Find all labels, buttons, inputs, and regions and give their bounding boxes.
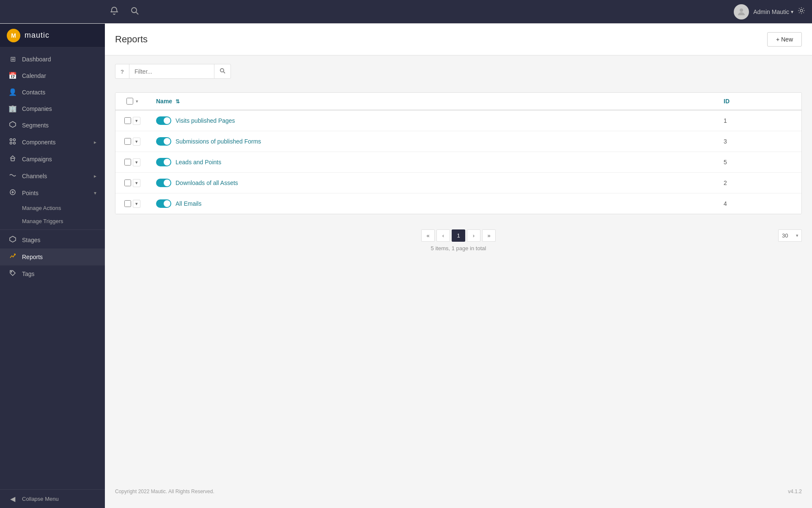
- row-dropdown-button[interactable]: ▾: [133, 158, 140, 166]
- report-toggle[interactable]: [156, 116, 171, 125]
- row-checkbox[interactable]: [124, 117, 131, 124]
- filter-bar: ?: [115, 64, 231, 79]
- collapse-label: Collapse Menu: [22, 496, 59, 502]
- sidebar-item-label: Reports: [22, 254, 96, 260]
- sidebar-item-campaigns[interactable]: Campaigns: [0, 151, 105, 168]
- col-name-label: Name: [156, 98, 172, 105]
- row-dropdown-button[interactable]: ▾: [133, 200, 140, 208]
- chevron-right-icon: ▸: [94, 139, 96, 145]
- copyright-text: Copyright 2022 Mautic. All Rights Reserv…: [115, 489, 214, 494]
- row-check-cell: ▾: [115, 111, 149, 131]
- sort-icon: ⇅: [176, 99, 180, 105]
- settings-button[interactable]: [798, 7, 805, 17]
- table-row: ▾ Leads and Points 5: [115, 152, 801, 173]
- per-page-select[interactable]: 10203050100: [778, 229, 802, 242]
- last-page-button[interactable]: »: [482, 229, 496, 242]
- report-name-link[interactable]: All Emails: [176, 200, 201, 207]
- user-menu-button[interactable]: Admin Mautic ▾: [753, 8, 793, 15]
- report-toggle[interactable]: [156, 158, 171, 166]
- pagination: « ‹ 1 › » 10203050100 ▾: [115, 229, 802, 242]
- notification-button[interactable]: [108, 5, 120, 19]
- row-dropdown-button[interactable]: ▾: [133, 179, 140, 187]
- sidebar-item-label: Segments: [22, 122, 96, 129]
- row-checkbox[interactable]: [124, 138, 131, 145]
- sidebar-item-segments[interactable]: Segments: [0, 117, 105, 134]
- select-all-checkbox[interactable]: [126, 98, 133, 105]
- chevron-down-icon: ▾: [94, 190, 96, 196]
- pagination-info: 5 items, 1 page in total: [115, 245, 802, 251]
- row-dropdown-button[interactable]: ▾: [133, 117, 140, 125]
- row-name-cell: Submissions of published Forms: [149, 131, 717, 152]
- svg-point-3: [10, 142, 12, 144]
- tags-icon: [8, 270, 17, 278]
- sidebar-item-reports[interactable]: Reports: [0, 248, 105, 265]
- current-page-button[interactable]: 1: [452, 229, 465, 242]
- row-check-cell: ▾: [115, 173, 149, 193]
- components-icon: [8, 138, 17, 146]
- row-dropdown-button[interactable]: ▾: [133, 138, 140, 146]
- sidebar-item-label: Campaigns: [22, 156, 96, 163]
- chevron-right-icon: ▸: [94, 173, 96, 179]
- report-toggle[interactable]: [156, 179, 171, 187]
- sidebar-item-label: Points: [22, 190, 89, 196]
- filter-help-button[interactable]: ?: [115, 64, 129, 78]
- sidebar-item-tags[interactable]: Tags: [0, 265, 105, 282]
- svg-point-2: [14, 139, 16, 141]
- stages-icon: [8, 236, 17, 244]
- report-name-link[interactable]: Submissions of published Forms: [176, 138, 261, 145]
- prev-page-button[interactable]: ‹: [436, 229, 450, 242]
- points-icon: [8, 189, 17, 197]
- table-body: ▾ Visits published Pages 1 ▾: [115, 110, 801, 214]
- logo-icon: M: [7, 29, 20, 42]
- header-dropdown-arrow[interactable]: ▾: [136, 99, 138, 104]
- collapse-menu-button[interactable]: ◀ Collapse Menu: [0, 489, 105, 508]
- sidebar-item-stages[interactable]: Stages: [0, 232, 105, 248]
- report-toggle[interactable]: [156, 199, 171, 208]
- sidebar-item-label: Stages: [22, 237, 96, 243]
- sidebar-item-label: Calendar: [22, 72, 96, 79]
- table-row: ▾ All Emails 4: [115, 193, 801, 214]
- table-col-id: ID: [717, 93, 801, 110]
- svg-point-13: [740, 8, 743, 12]
- sidebar-item-label: Components: [22, 139, 89, 146]
- report-toggle[interactable]: [156, 137, 171, 146]
- page-title: Reports: [115, 34, 148, 45]
- row-check-cell: ▾: [115, 194, 149, 214]
- sidebar-item-components[interactable]: Components ▸: [0, 134, 105, 151]
- svg-point-8: [11, 271, 12, 272]
- table-col-name[interactable]: Name ⇅: [149, 93, 717, 110]
- next-page-button[interactable]: ›: [467, 229, 480, 242]
- filter-input[interactable]: [129, 65, 214, 78]
- svg-rect-5: [11, 158, 14, 161]
- row-check-cell: ▾: [115, 132, 149, 152]
- page-header: Reports + New: [105, 24, 812, 55]
- report-name-link[interactable]: Visits published Pages: [176, 117, 235, 124]
- row-id-cell: 2: [717, 174, 801, 192]
- svg-point-1: [10, 139, 12, 141]
- sidebar-item-contacts[interactable]: 👤 Contacts: [0, 84, 105, 100]
- sidebar-item-companies[interactable]: 🏢 Companies: [0, 100, 105, 117]
- channels-icon: [8, 172, 17, 180]
- new-button[interactable]: + New: [767, 32, 802, 47]
- reports-icon: [8, 253, 17, 261]
- sidebar-item-dashboard[interactable]: ⊞ Dashboard: [0, 51, 105, 67]
- sidebar-item-manage-triggers[interactable]: Manage Triggers: [0, 215, 105, 228]
- sidebar-item-channels[interactable]: Channels ▸: [0, 168, 105, 185]
- row-checkbox[interactable]: [124, 200, 131, 207]
- svg-point-11: [132, 8, 137, 13]
- first-page-button[interactable]: «: [421, 229, 435, 242]
- sidebar-item-manage-actions[interactable]: Manage Actions: [0, 202, 105, 215]
- svg-point-4: [14, 142, 16, 144]
- table-row: ▾ Visits published Pages 1: [115, 110, 801, 131]
- row-checkbox[interactable]: [124, 179, 131, 186]
- filter-search-button[interactable]: [214, 64, 230, 78]
- report-name-link[interactable]: Downloads of all Assets: [176, 179, 238, 186]
- report-name-link[interactable]: Leads and Points: [176, 159, 221, 166]
- row-checkbox[interactable]: [124, 159, 131, 166]
- search-button[interactable]: [129, 5, 140, 19]
- sidebar-item-points[interactable]: Points ▾: [0, 185, 105, 202]
- sidebar-item-label: Dashboard: [22, 56, 96, 63]
- sidebar-item-calendar[interactable]: 📅 Calendar: [0, 67, 105, 84]
- help-icon: ?: [121, 69, 124, 75]
- companies-icon: 🏢: [8, 105, 17, 113]
